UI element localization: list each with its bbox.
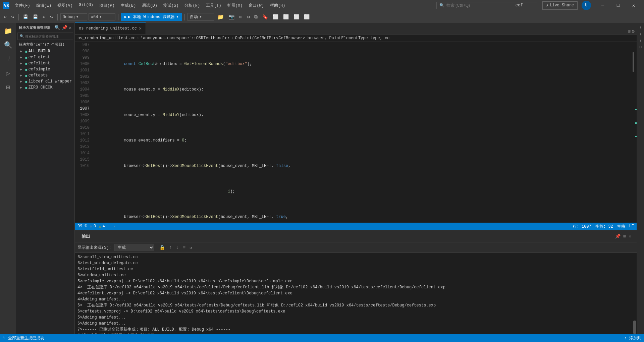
- menu-view[interactable]: 视图(V): [55, 1, 75, 10]
- sidebar-header-icons: 🔍 📌 ✕: [54, 25, 72, 31]
- sidebar-item-cefsimple[interactable]: ▶ ◼ cefsimple: [19, 66, 74, 72]
- toolbar-misc-btn2[interactable]: ⊡: [245, 13, 251, 21]
- right-icon-4[interactable]: □: [637, 44, 643, 50]
- platform-dropdown[interactable]: x64 ▾: [89, 13, 115, 20]
- toolbar-back-btn[interactable]: ↩: [2, 13, 8, 21]
- scrollbar-thumb[interactable]: [633, 52, 634, 72]
- live-share-button[interactable]: ⚡ Live Share: [542, 1, 578, 10]
- sidebar-pin-icon[interactable]: 📌: [62, 25, 68, 31]
- panel-pin-icon[interactable]: 📌: [614, 233, 621, 240]
- output-content[interactable]: 6>scroll_view_unittest.cc 6>test_window_…: [75, 253, 633, 334]
- toolbar-forward-btn[interactable]: ↪: [9, 13, 15, 21]
- breadcrumb-namespace[interactable]: 'anonymous-namespace'::OSRTestHandler: [141, 36, 230, 41]
- search-bar[interactable]: 🔍 cef: [436, 2, 537, 9]
- right-icon-2[interactable]: ⟩: [637, 31, 643, 37]
- minimize-button[interactable]: ─: [595, 0, 610, 11]
- toolbar-misc-btn3[interactable]: ⧉: [253, 13, 259, 21]
- toolbar-misc-btn6[interactable]: ⬜: [292, 13, 301, 21]
- panel-close-icon[interactable]: ✕: [628, 233, 632, 240]
- col-status[interactable]: 字符: 32: [595, 224, 613, 229]
- toolbar-bookmark-btn[interactable]: 🔖: [261, 13, 270, 21]
- sidebar-item-all_build[interactable]: ▶ ◼ ALL_BUILD: [19, 48, 74, 54]
- editor-split-icon[interactable]: ⊞: [628, 28, 630, 34]
- output-source-select[interactable]: 生成: [114, 244, 154, 251]
- panel-undock-icon[interactable]: ⊞: [623, 233, 627, 240]
- encoding-status[interactable]: LF: [629, 224, 634, 229]
- toolbar-save-btn[interactable]: 💾: [21, 13, 30, 20]
- zoom-status[interactable]: 99 %: [77, 224, 87, 229]
- breadcrumb-file[interactable]: os_rendering_unittest.cc: [77, 36, 136, 41]
- editor-scrollbar[interactable]: [630, 42, 637, 223]
- menu-debug[interactable]: 调试(D): [139, 1, 160, 10]
- toolbar-misc-btn5[interactable]: ⬜: [281, 13, 290, 21]
- activity-run[interactable]: ▷: [1, 66, 15, 80]
- menu-file[interactable]: 文件(F): [12, 1, 33, 10]
- menu-help[interactable]: 帮助(H): [267, 1, 288, 10]
- sidebar-item-ceftests[interactable]: ▶ ◼ ceftests: [19, 72, 74, 78]
- activity-git[interactable]: ⑂: [1, 52, 15, 66]
- activity-extensions[interactable]: ⊞: [1, 80, 15, 94]
- code-editor[interactable]: 997 998 999 1000 1001 1002 1003 1004 100…: [75, 42, 630, 223]
- breadcrumb-method[interactable]: OnPaint(CefRefPtr<CefBrowser> browser, P…: [235, 36, 390, 41]
- editor-settings-icon[interactable]: ⚙: [632, 28, 635, 34]
- sidebar-item-label: ZERO_CHECK: [29, 85, 53, 90]
- nav-right-icon[interactable]: →: [113, 224, 115, 229]
- auto-dropdown[interactable]: 自动 ▾: [187, 13, 214, 21]
- output-scrollbar[interactable]: [633, 253, 637, 334]
- user-avatar[interactable]: U: [582, 1, 591, 10]
- out-line-1: 6>test_window_delegate.cc: [77, 260, 630, 266]
- output-up-icon[interactable]: ↑: [167, 244, 173, 251]
- toolbar-save-all-btn[interactable]: 💾: [31, 13, 40, 20]
- menu-git[interactable]: Git(G): [76, 1, 96, 10]
- output-scroll-lock-icon[interactable]: 🔒: [158, 244, 167, 251]
- sidebar-item-libcef[interactable]: ▶ ◼ libcef_dll_wrapper: [19, 78, 74, 84]
- output-list-icon[interactable]: ≡: [181, 244, 187, 251]
- menu-window[interactable]: 窗口(W): [246, 1, 267, 10]
- activity-search[interactable]: 🔍: [1, 38, 15, 52]
- nav-left-icon[interactable]: ←: [108, 224, 110, 229]
- toolbar-folder-btn[interactable]: 📁: [216, 13, 226, 21]
- code-content[interactable]: const CefRect& editbox = GetElementBound…: [92, 42, 630, 223]
- status-add-label[interactable]: ↑ 添加到: [625, 335, 641, 341]
- right-icon-1[interactable]: ⟩: [637, 24, 643, 30]
- menu-test[interactable]: 测试(S): [161, 1, 181, 10]
- sidebar-item-zero_check[interactable]: ▶ ◼ ZERO_CHECK: [19, 84, 74, 91]
- toolbar-misc-btn4[interactable]: ⬜: [271, 13, 280, 21]
- line-status[interactable]: 行: 1007: [573, 224, 591, 229]
- activity-explorer[interactable]: 📁: [1, 24, 15, 38]
- sidebar-close-icon[interactable]: ✕: [69, 25, 72, 31]
- menu-tools[interactable]: 工具(T): [203, 1, 224, 10]
- maximize-button[interactable]: □: [610, 0, 626, 11]
- solution-label: 解决方案'cef'(7 个项目): [16, 41, 74, 48]
- menu-project[interactable]: 项目(P): [97, 1, 117, 10]
- error-count[interactable]: ✕ 0: [90, 224, 96, 229]
- code-line-1001: browser->GetHost()->SendMouseClickEvent(…: [95, 163, 630, 169]
- menu-extensions[interactable]: 扩展(X): [225, 1, 246, 10]
- project-icon: ◼: [25, 79, 28, 84]
- menu-edit[interactable]: 编辑(E): [34, 1, 54, 10]
- config-dropdown[interactable]: Debug ▾: [60, 13, 87, 20]
- output-down-icon[interactable]: ↓: [174, 244, 180, 251]
- sidebar-item-cefclient[interactable]: ▶ ◼ cefclient: [19, 60, 74, 66]
- menu-analyze[interactable]: 分析(N): [182, 1, 203, 10]
- close-button[interactable]: ✕: [626, 0, 641, 11]
- output-refresh-icon[interactable]: ↺: [188, 244, 194, 251]
- editor-tab-active[interactable]: os_rendering_unittest.cc ✕: [75, 22, 146, 34]
- tab-close-btn[interactable]: ✕: [139, 26, 142, 31]
- output-scrollbar-thumb[interactable]: [633, 321, 636, 334]
- warning-count[interactable]: ⚠ 4: [99, 224, 105, 229]
- sidebar-search-icon[interactable]: 🔍: [54, 25, 60, 31]
- toolbar-redo-btn[interactable]: ↪: [48, 13, 54, 21]
- toolbar-camera-btn[interactable]: 📷: [227, 13, 236, 21]
- right-icon-3[interactable]: ⟩: [637, 38, 643, 44]
- run-button[interactable]: ▶ ▶ 本地 Windows 调试器 ▾: [121, 13, 182, 21]
- search-input[interactable]: [446, 3, 514, 8]
- solution-search-input[interactable]: [25, 35, 71, 38]
- spaces-status[interactable]: 空格: [617, 224, 625, 229]
- menu-build[interactable]: 生成(B): [118, 1, 139, 10]
- toolbar-misc-btn7[interactable]: ⬜: [302, 13, 311, 21]
- toolbar-undo-btn[interactable]: ↩: [41, 13, 47, 21]
- toolbar-misc-btn1[interactable]: ⊞: [237, 13, 244, 21]
- solution-search[interactable]: 🔍: [17, 33, 73, 40]
- sidebar-item-cef_gtest[interactable]: ▶ ◼ cef_gtest: [19, 54, 74, 60]
